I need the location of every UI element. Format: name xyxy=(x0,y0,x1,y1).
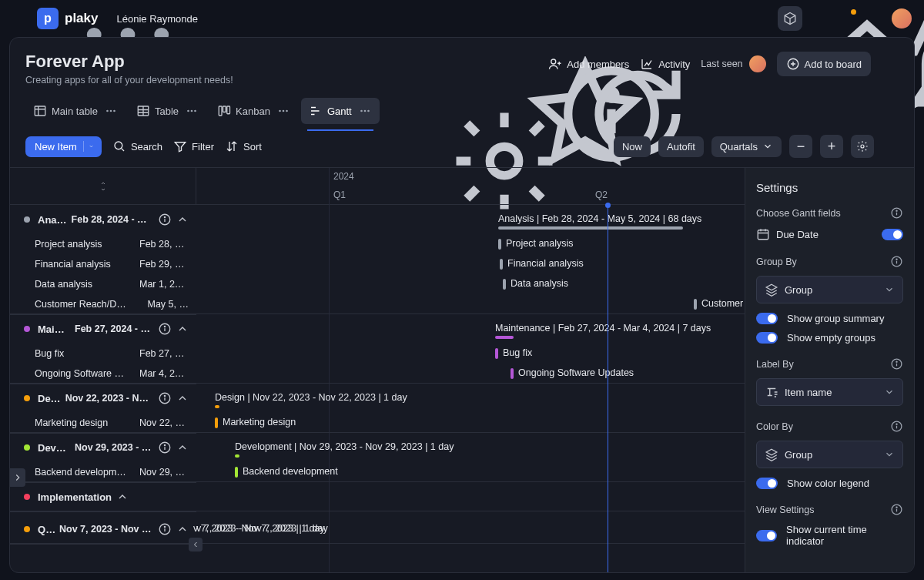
bell-icon[interactable] xyxy=(839,11,855,26)
today-line xyxy=(608,205,608,573)
info-icon[interactable] xyxy=(890,420,903,433)
task-bar[interactable] xyxy=(503,279,506,290)
task-bar[interactable] xyxy=(511,368,514,379)
group-header[interactable]: Q… Nov 7, 2023 - Nov 7, … xyxy=(10,515,196,544)
task-bar-label: Bug fix xyxy=(503,347,532,358)
show-time-indicator-toggle[interactable] xyxy=(756,530,777,541)
group-header[interactable]: Maint… Feb 27, 2024 - … xyxy=(10,314,196,344)
info-icon[interactable] xyxy=(158,441,172,454)
filter-button[interactable]: Filter xyxy=(173,139,214,153)
task-date: Mar 1, 2024 xyxy=(139,279,189,290)
refresh-icon[interactable] xyxy=(522,56,537,72)
expand-all-button[interactable] xyxy=(99,180,108,193)
search-label: Search xyxy=(131,141,162,153)
current-user-name[interactable]: Léonie Raymonde xyxy=(116,13,198,25)
star-icon[interactable] xyxy=(813,11,829,26)
task-bar[interactable] xyxy=(694,299,697,310)
sort-button[interactable]: Sort xyxy=(225,139,262,153)
chevron-down-icon[interactable] xyxy=(83,141,94,152)
task-bar[interactable] xyxy=(495,348,498,359)
info-icon[interactable] xyxy=(158,391,172,405)
timescale-select[interactable]: Quartals xyxy=(711,136,782,157)
task-row[interactable]: Data analysisMar 1, 2024 xyxy=(10,274,196,294)
zoom-out-button[interactable]: − xyxy=(789,135,812,158)
box-icon[interactable] xyxy=(778,6,802,31)
task-row[interactable]: Backend developmentNov 29, 2023 xyxy=(10,462,196,482)
task-bar[interactable] xyxy=(235,467,238,478)
home-icon[interactable] xyxy=(752,11,767,26)
info-icon[interactable] xyxy=(158,522,172,536)
show-empty-groups-toggle[interactable] xyxy=(756,332,778,344)
help-icon[interactable] xyxy=(865,11,881,26)
tab-table[interactable]: Table xyxy=(129,98,206,124)
task-bar[interactable] xyxy=(215,417,218,428)
chevron-up-icon[interactable] xyxy=(176,323,189,335)
autofit-button[interactable]: Autofit xyxy=(658,136,704,157)
label-by-select[interactable]: Item name xyxy=(756,378,903,406)
task-row[interactable]: Marketing designNov 22, 2023 xyxy=(10,413,196,433)
chevron-up-icon[interactable] xyxy=(176,441,189,454)
tab-more-icon[interactable] xyxy=(185,104,199,118)
task-row[interactable]: Financial analysisFeb 29, 2024 xyxy=(10,254,196,274)
tab-more-icon[interactable] xyxy=(104,104,118,118)
task-bar[interactable] xyxy=(500,259,503,270)
task-row[interactable]: Bug fixFeb 27, 2024 xyxy=(10,344,196,364)
tab-more-icon[interactable] xyxy=(358,104,372,118)
group-header[interactable]: De… Nov 22, 2023 - No… xyxy=(10,384,196,413)
collapse-list-handle[interactable] xyxy=(189,538,203,552)
group-summary-bar xyxy=(495,336,514,339)
task-row[interactable]: Customer Reach/Demo…May 5, … xyxy=(10,294,196,314)
more-icon[interactable] xyxy=(212,11,227,26)
due-date-toggle[interactable] xyxy=(882,229,903,240)
group-header[interactable]: Devel… Nov 29, 2023 - … xyxy=(10,433,196,462)
group-header[interactable]: Implementation xyxy=(10,482,196,511)
show-group-summary-toggle[interactable] xyxy=(756,313,778,324)
gantt-header: 2024 Q1 Q2 xyxy=(10,168,745,205)
color-by-select[interactable]: Group xyxy=(756,441,903,468)
info-icon[interactable] xyxy=(890,503,903,516)
task-row[interactable]: Ongoing Software Upd…Mar 4, 20… xyxy=(10,364,196,384)
info-icon[interactable] xyxy=(496,56,511,72)
tab-gantt[interactable]: Gantt xyxy=(301,98,380,124)
group-name: Implementation xyxy=(38,491,112,503)
group-by-select[interactable]: Group xyxy=(756,276,903,303)
export-icon[interactable] xyxy=(883,139,899,154)
info-icon[interactable] xyxy=(158,322,172,336)
show-empty-groups-label: Show empty groups xyxy=(787,332,875,344)
task-row[interactable]: Project analysisFeb 28, 2024 xyxy=(10,234,196,254)
chevron-up-icon[interactable] xyxy=(176,392,189,404)
chevron-up-icon[interactable] xyxy=(116,491,129,503)
info-icon[interactable] xyxy=(158,213,172,226)
expand-sidebar-handle[interactable] xyxy=(10,468,25,487)
last-seen[interactable]: Last seen xyxy=(701,55,765,72)
zoom-in-button[interactable]: + xyxy=(820,135,843,158)
task-bar[interactable] xyxy=(498,239,501,250)
add-to-board-button[interactable]: Add to board xyxy=(777,52,871,76)
tab-kanban[interactable]: Kanban xyxy=(209,98,298,124)
search-button[interactable]: Search xyxy=(112,139,162,153)
info-icon[interactable] xyxy=(890,357,903,370)
now-button[interactable]: Now xyxy=(614,136,651,157)
info-icon[interactable] xyxy=(890,255,903,268)
activity-button[interactable]: Activity xyxy=(640,57,690,71)
task-name: Financial analysis xyxy=(35,259,127,270)
board-more-icon[interactable] xyxy=(882,55,899,72)
due-date-field[interactable]: Due Date xyxy=(756,227,903,241)
task-name: Project analysis xyxy=(35,239,127,250)
gantt-settings-button[interactable] xyxy=(851,135,874,158)
apps-grid-icon[interactable] xyxy=(12,11,28,26)
show-color-legend-toggle[interactable] xyxy=(756,478,778,489)
chevron-up-icon[interactable] xyxy=(176,523,189,535)
favorite-star-icon[interactable] xyxy=(470,56,485,72)
tab-main-table[interactable]: Main table xyxy=(25,98,126,124)
tabs-settings-icon[interactable] xyxy=(389,103,404,119)
gantt-group: Q… Nov 7, 2023 - Nov 7, … xyxy=(10,515,196,545)
new-item-button[interactable]: New Item xyxy=(25,136,102,157)
board-header: Forever App Creating apps for all of you… xyxy=(10,38,914,92)
chevron-up-icon[interactable] xyxy=(176,213,189,226)
task-name: Customer Reach/Demo… xyxy=(35,299,127,310)
tab-more-icon[interactable] xyxy=(276,104,290,118)
group-header[interactable]: Ana… Feb 28, 2024 - M… xyxy=(10,205,196,234)
add-members-button[interactable]: Add members xyxy=(548,57,629,71)
logo[interactable]: p plaky xyxy=(37,8,98,29)
